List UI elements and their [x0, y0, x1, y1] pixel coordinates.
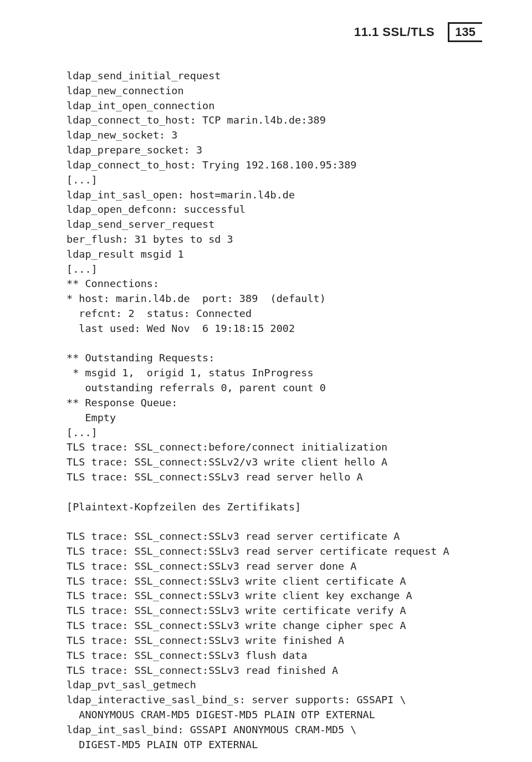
code-line: [...]: [66, 426, 482, 441]
code-line: ldap_open_defconn: successful: [66, 202, 482, 217]
code-line: ber_flush: 31 bytes to sd 3: [66, 232, 482, 247]
code-line: [...]: [66, 173, 482, 188]
code-line: ** Connections:: [66, 277, 482, 291]
code-line: ldap_connect_to_host: TCP marin.l4b.de:3…: [66, 113, 482, 128]
code-line: TLS trace: SSL_connect:SSLv3 write certi…: [66, 604, 482, 618]
code-line: [66, 336, 482, 351]
code-line: ** Outstanding Requests:: [66, 351, 482, 366]
code-line: TLS trace: SSL_connect:before/connect in…: [66, 440, 482, 455]
code-line: DIGEST-MD5 PLAIN OTP EXTERNAL: [66, 738, 482, 753]
code-line: [...]: [66, 262, 482, 277]
code-line: ldap_connect_to_host: Trying 192.168.100…: [66, 158, 482, 173]
code-line: refcnt: 2 status: Connected: [66, 306, 482, 321]
code-line: [66, 514, 482, 529]
code-line: TLS trace: SSL_connect:SSLv3 write finis…: [66, 633, 482, 648]
code-line: ldap_new_socket: 3: [66, 128, 482, 143]
code-block: ldap_send_initial_requestldap_new_connec…: [66, 69, 482, 752]
code-line: Empty: [66, 411, 482, 426]
page-number-box: 135: [448, 22, 482, 42]
page-header: 11.1 SSL/TLS 135: [66, 22, 482, 42]
code-line: outstanding referrals 0, parent count 0: [66, 381, 482, 396]
section-title: 11.1 SSL/TLS: [354, 25, 434, 39]
code-line: TLS trace: SSL_connect:SSLv3 write clien…: [66, 574, 482, 589]
code-line: ** Response Queue:: [66, 396, 482, 411]
code-line: TLS trace: SSL_connect:SSLv3 write chang…: [66, 618, 482, 633]
code-line: TLS trace: SSL_connect:SSLv3 write clien…: [66, 589, 482, 604]
code-line: [Plaintext-Kopfzeilen des Zertifikats]: [66, 500, 482, 515]
code-line: ldap_int_sasl_bind: GSSAPI ANONYMOUS CRA…: [66, 723, 482, 738]
code-line: ldap_int_sasl_open: host=marin.l4b.de: [66, 188, 482, 203]
code-line: TLS trace: SSL_connect:SSLv3 flush data: [66, 648, 482, 663]
code-line: [66, 485, 482, 500]
code-line: ldap_send_initial_request: [66, 69, 482, 84]
code-line: ldap_result msgid 1: [66, 247, 482, 262]
code-line: TLS trace: SSL_connect:SSLv3 read server…: [66, 559, 482, 574]
code-line: ldap_new_connection: [66, 84, 482, 99]
code-line: * msgid 1, origid 1, status InProgress: [66, 366, 482, 381]
code-line: TLS trace: SSL_connect:SSLv3 read server…: [66, 470, 482, 485]
code-line: ldap_int_open_connection: [66, 99, 482, 114]
code-line: ldap_prepare_socket: 3: [66, 143, 482, 158]
code-line: last used: Wed Nov 6 19:18:15 2002: [66, 321, 482, 336]
code-line: TLS trace: SSL_connect:SSLv3 read server…: [66, 529, 482, 544]
code-line: ldap_send_server_request: [66, 217, 482, 232]
code-line: ldap_pvt_sasl_getmech: [66, 678, 482, 693]
code-line: TLS trace: SSL_connect:SSLv3 read finish…: [66, 663, 482, 678]
code-line: TLS trace: SSL_connect:SSLv2/v3 write cl…: [66, 455, 482, 470]
code-line: TLS trace: SSL_connect:SSLv3 read server…: [66, 544, 482, 559]
code-line: * host: marin.l4b.de port: 389 (default): [66, 291, 482, 306]
code-line: ldap_interactive_sasl_bind_s: server sup…: [66, 693, 482, 708]
code-line: ANONYMOUS CRAM-MD5 DIGEST-MD5 PLAIN OTP …: [66, 708, 482, 723]
page-container: 11.1 SSL/TLS 135 ldap_send_initial_reque…: [0, 0, 532, 762]
